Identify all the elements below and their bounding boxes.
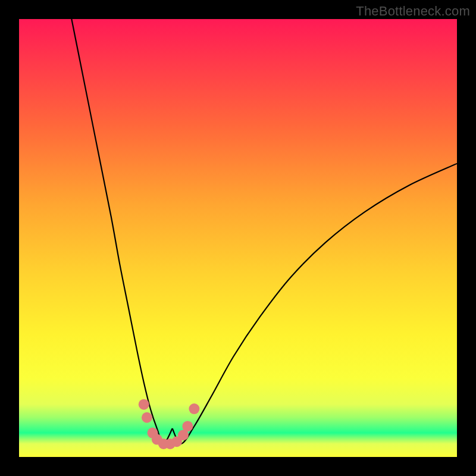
- highlight-dot: [139, 399, 149, 410]
- left-branch-curve: [71, 19, 172, 444]
- highlight-dots: [139, 399, 200, 449]
- highlight-dot: [142, 412, 152, 423]
- highlight-dot: [189, 403, 199, 414]
- chart-frame: TheBottleneck.com: [0, 0, 476, 476]
- right-branch-curve: [173, 164, 457, 444]
- highlight-dot: [182, 421, 193, 431]
- plot-area: [19, 19, 457, 457]
- watermark-label: TheBottleneck.com: [356, 4, 470, 19]
- curve-layer: [19, 19, 457, 457]
